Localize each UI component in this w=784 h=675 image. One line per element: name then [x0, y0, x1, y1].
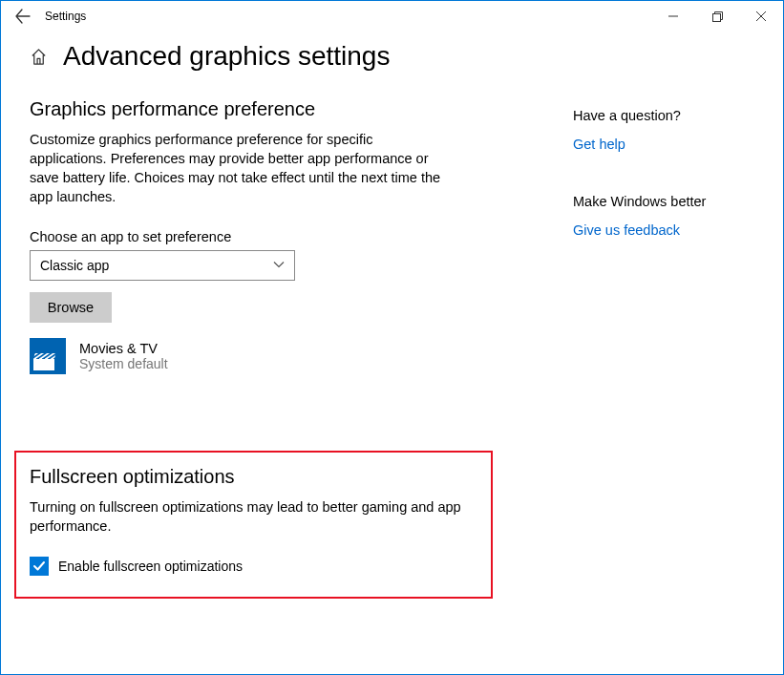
sidebar: Have a question? Get help Make Windows b… — [573, 41, 754, 599]
feedback-link[interactable]: Give us feedback — [573, 222, 754, 238]
fullscreen-section-title: Fullscreen optimizations — [30, 466, 477, 488]
chevron-down-icon — [273, 258, 285, 273]
home-icon — [30, 48, 48, 66]
pref-section-title: Graphics performance preference — [30, 98, 564, 120]
titlebar: Settings — [1, 1, 783, 32]
feedback-title: Make Windows better — [573, 194, 754, 209]
minimize-icon — [668, 11, 678, 21]
app-name: Movies & TV — [79, 341, 168, 356]
back-button[interactable] — [9, 9, 37, 24]
movies-tv-icon — [30, 338, 66, 374]
browse-button[interactable]: Browse — [30, 292, 112, 323]
fullscreen-checkbox-row[interactable]: Enable fullscreen optimizations — [30, 557, 477, 576]
page-title: Advanced graphics settings — [63, 41, 390, 72]
choose-app-label: Choose an app to set preference — [30, 229, 564, 244]
help-title: Have a question? — [573, 108, 754, 123]
close-button[interactable] — [739, 1, 783, 32]
app-subtitle: System default — [79, 356, 168, 371]
dropdown-value: Classic app — [40, 258, 109, 273]
app-list-item[interactable]: Movies & TV System default — [30, 338, 564, 374]
maximize-icon — [712, 11, 723, 22]
pref-description: Customize graphics performance preferenc… — [30, 130, 450, 206]
window-controls — [651, 1, 783, 32]
fullscreen-opt-highlight: Fullscreen optimizations Turning on full… — [14, 451, 493, 599]
fullscreen-description: Turning on fullscreen optimizations may … — [30, 497, 469, 536]
svg-rect-0 — [712, 13, 720, 21]
maximize-button[interactable] — [695, 1, 739, 32]
window-title: Settings — [45, 10, 86, 23]
fullscreen-checkbox-label: Enable fullscreen optimizations — [58, 559, 243, 574]
back-arrow-icon — [15, 9, 31, 24]
minimize-button[interactable] — [651, 1, 695, 32]
main-content: Advanced graphics settings Graphics perf… — [30, 41, 564, 599]
close-icon — [756, 11, 766, 21]
get-help-link[interactable]: Get help — [573, 137, 754, 152]
checkbox-checked-icon — [30, 557, 49, 576]
app-type-dropdown[interactable]: Classic app — [30, 250, 295, 281]
home-button[interactable] — [30, 48, 48, 66]
